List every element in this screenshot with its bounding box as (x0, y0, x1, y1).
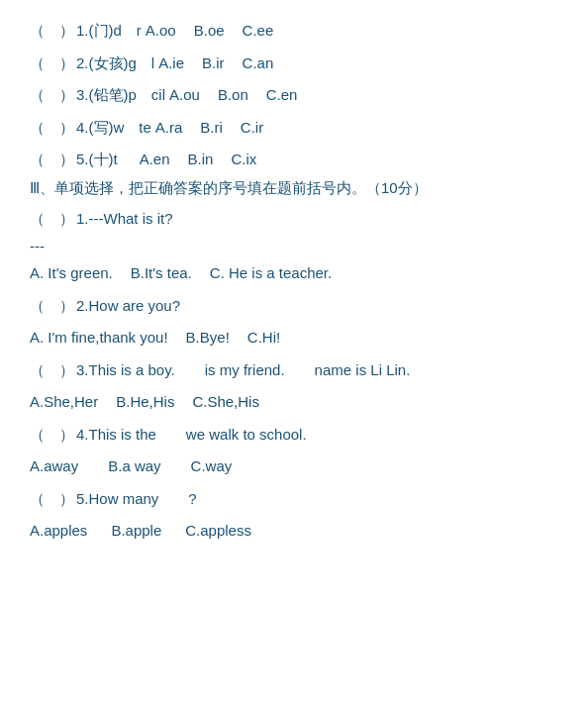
paren: （ ） (30, 206, 74, 232)
option-b: B.ir (202, 50, 225, 76)
part3-item-1-question: （ ） 1.---What is it? (30, 206, 558, 232)
part2-item-3: （ ） 3.(铅笔)p cil A.ou B.on C.en (30, 82, 558, 108)
option-c: C.ir (241, 115, 263, 141)
options: A.ou B.on C.en (169, 82, 297, 108)
item-num: 4.This is the we walk to school. (76, 422, 307, 448)
option-a: A.She,Her (30, 389, 98, 415)
part2-item-1: （ ） 1.(门)d r A.oo B.oe C.ee (30, 18, 558, 44)
options: A.away B.a way C.way (30, 453, 232, 479)
item-num: 2.(女孩)g l (76, 50, 154, 76)
options: A.apples B.apple C.appless (30, 518, 251, 544)
options: A.She,Her B.He,His C.She,His (30, 389, 259, 415)
option-c: C.an (243, 50, 274, 76)
option-a: A. It's green. (30, 260, 113, 286)
part3-item-5-question: （ ） 5.How many ? (30, 486, 558, 512)
part3-item-3-question: （ ） 3.This is a boy. is my friend. name … (30, 357, 558, 383)
options: A.oo B.oe C.ee (146, 18, 273, 44)
item-num: 1.---What is it? (76, 206, 173, 232)
part3-item-2-question: （ ） 2.How are you? (30, 293, 558, 319)
option-a: A.ra (155, 115, 183, 141)
option-b: B.Bye! (186, 325, 230, 351)
part2-item-5: （ ） 5.(十)t A.en B.in C.ix (30, 147, 558, 172)
option-c: C.Hi! (247, 325, 280, 351)
paren: （ ） (30, 115, 74, 141)
option-a: A.ie (158, 50, 184, 76)
option-b: B.in (188, 147, 214, 172)
option-a: A. I'm fine,thank you! (30, 325, 168, 351)
item-num: 2.How are you? (76, 293, 180, 319)
options: A.ra B.ri C.ir (155, 115, 263, 141)
option-b: B.oe (194, 18, 225, 44)
paren: （ ） (30, 486, 74, 512)
option-b: B.ri (200, 115, 223, 141)
separator: --- (30, 238, 558, 254)
part3-title: Ⅲ、单项选择，把正确答案的序号填在题前括号内。（10分） (30, 179, 558, 198)
options: A.ie B.ir C.an (158, 50, 273, 76)
option-c: C.ee (243, 18, 274, 44)
option-b: B.It's tea. (131, 260, 192, 286)
item-num: 5.How many ? (76, 486, 197, 512)
option-c: C.ix (231, 147, 256, 172)
part3-item-4-question: （ ） 4.This is the we walk to school. (30, 422, 558, 448)
item-num: 1.(门)d r (76, 18, 142, 44)
paren: （ ） (30, 82, 74, 108)
option-b: B.He,His (116, 389, 174, 415)
part2-item-4: （ ） 4.(写)w te A.ra B.ri C.ir (30, 115, 558, 141)
option-c: C.en (266, 82, 298, 108)
part3-item-5-options: A.apples B.apple C.appless (30, 518, 558, 544)
options: A. It's green. B.It's tea. C. He is a te… (30, 260, 332, 286)
option-a: A.apples (30, 518, 87, 544)
part3-item-2-options: A. I'm fine,thank you! B.Bye! C.Hi! (30, 325, 558, 351)
option-b: B.on (218, 82, 248, 108)
item-num: 3.This is a boy. is my friend. name is L… (76, 357, 410, 383)
part3-item-3-options: A.She,Her B.He,His C.She,His (30, 389, 558, 415)
part3-item-4-options: A.away B.a way C.way (30, 453, 558, 479)
part3-item-1-options: A. It's green. B.It's tea. C. He is a te… (30, 260, 558, 286)
option-c: C.appless (185, 518, 251, 544)
option-a: A.ou (169, 82, 200, 108)
option-a: A.en (140, 147, 170, 172)
option-c: C.way (191, 453, 233, 479)
paren: （ ） (30, 422, 74, 448)
paren: （ ） (30, 357, 74, 383)
paren: （ ） (30, 50, 74, 76)
part2-item-2: （ ） 2.(女孩)g l A.ie B.ir C.an (30, 50, 558, 76)
item-num: 3.(铅笔)p cil (76, 82, 165, 108)
part3-section: Ⅲ、单项选择，把正确答案的序号填在题前括号内。（10分） （ ） 1.---Wh… (30, 179, 558, 544)
option-a: A.oo (146, 18, 176, 44)
paren: （ ） (30, 18, 74, 44)
option-b: B.apple (111, 518, 161, 544)
item-num: 5.(十)t (76, 147, 118, 172)
options: A. I'm fine,thank you! B.Bye! C.Hi! (30, 325, 280, 351)
item-num: 4.(写)w te (76, 115, 151, 141)
paren: （ ） (30, 147, 74, 172)
option-a: A.away (30, 453, 78, 479)
paren: （ ） (30, 293, 74, 319)
option-c: C. He is a teacher. (210, 260, 332, 286)
options: A.en B.in C.ix (140, 147, 257, 172)
option-c: C.She,His (192, 389, 259, 415)
part2-section: （ ） 1.(门)d r A.oo B.oe C.ee （ ） 2.(女孩)g … (30, 18, 558, 172)
option-b: B.a way (108, 453, 160, 479)
